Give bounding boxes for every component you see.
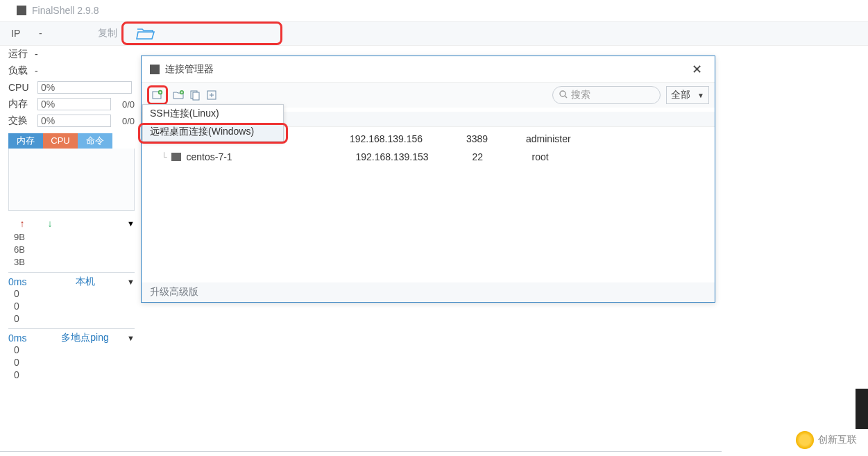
- net-scale-9b: 9B: [8, 232, 135, 244]
- conn-ip: 192.168.139.153: [356, 151, 473, 162]
- swap-frac: 0/0: [114, 116, 135, 126]
- ping-multi-header: 0ms 多地点ping ▼: [8, 332, 135, 344]
- right-edge-decor: [856, 389, 868, 429]
- caret-down-icon[interactable]: ▼: [127, 219, 135, 228]
- copy-label[interactable]: 复制: [98, 27, 117, 40]
- folder-open-icon[interactable]: [136, 26, 155, 40]
- highlight-folder-button: [121, 22, 282, 45]
- dropdown-item-ssh[interactable]: SSH连接(Linux): [143, 105, 283, 123]
- connection-manager-dialog: 连接管理器 ✕ 搜索 全部 ▼: [141, 56, 715, 303]
- tab-command[interactable]: 命令: [78, 133, 112, 149]
- tab-cpu[interactable]: CPU: [43, 133, 78, 149]
- caret-down-icon: ▼: [697, 92, 704, 99]
- mem-label: 内存: [8, 98, 35, 110]
- ping-zero: 0: [8, 357, 135, 369]
- svg-point-6: [560, 91, 565, 96]
- brand-logo-icon: [796, 431, 814, 449]
- new-folder-icon[interactable]: [172, 89, 185, 101]
- conn-user: administer: [526, 133, 571, 144]
- chart-area: [8, 149, 135, 211]
- search-icon: [559, 90, 568, 101]
- swap-bar: 0%: [37, 115, 111, 127]
- filter-select[interactable]: 全部 ▼: [666, 86, 709, 104]
- run-value: -: [35, 49, 38, 60]
- mem-frac: 0/0: [114, 99, 135, 110]
- main-toolbar: IP - 复制: [0, 21, 868, 46]
- mem-bar: 0%: [37, 98, 111, 110]
- net-scale-3b: 3B: [8, 257, 135, 269]
- ping-zero: 0: [8, 369, 135, 382]
- tab-memory[interactable]: 内存: [8, 133, 43, 149]
- upload-arrow-icon: ↑: [8, 218, 36, 229]
- dialog-title: 连接管理器: [165, 63, 214, 76]
- dialog-titlebar: 连接管理器 ✕: [142, 56, 715, 83]
- left-status-panel: 运行- 负载- CPU0% 内存0%0/0 交换0%0/0 内存 CPU 命令 …: [8, 46, 135, 382]
- ping-local-header: 0ms 本机 ▼: [8, 276, 135, 288]
- ip-label: IP: [11, 28, 39, 39]
- expand-icon[interactable]: [205, 89, 218, 101]
- ip-value: -: [39, 28, 42, 39]
- ping-zero: 0: [8, 301, 135, 313]
- conn-name: centos-7-1: [187, 151, 356, 162]
- new-connection-dropdown: SSH连接(Linux) 远程桌面连接(Windows): [142, 104, 284, 142]
- dialog-footer: 升级高级版: [142, 282, 715, 302]
- ping-zero: 0: [8, 288, 135, 301]
- cpu-label: CPU: [8, 82, 35, 93]
- swap-label: 交换: [8, 115, 35, 127]
- ping-multi-ms: 0ms: [8, 332, 43, 344]
- conn-user: root: [532, 151, 549, 162]
- ping-zero: 0: [8, 344, 135, 357]
- server-icon: [171, 153, 181, 161]
- conn-port: 22: [473, 151, 532, 162]
- app-title: FinalShell 2.9.8: [32, 5, 99, 16]
- network-row: ↑ ↓ ▼: [8, 215, 135, 232]
- ping-multi-label[interactable]: 多地点ping: [61, 332, 108, 344]
- app-icon: [17, 6, 26, 15]
- ping-zero: 0: [8, 313, 135, 326]
- search-input[interactable]: 搜索: [552, 86, 661, 104]
- caret-down-icon[interactable]: ▼: [127, 278, 135, 286]
- conn-ip: 192.168.139.156: [350, 133, 466, 144]
- cpu-bar: 0%: [37, 81, 132, 94]
- connection-row[interactable]: └ centos-7-1 192.168.139.153 22 root: [142, 148, 715, 166]
- copy-icon[interactable]: [189, 89, 201, 101]
- search-placeholder: 搜索: [571, 89, 590, 101]
- filter-value: 全部: [671, 89, 690, 101]
- ping-local-ms: 0ms: [8, 276, 43, 287]
- svg-rect-4: [193, 92, 199, 100]
- download-arrow-icon: ↓: [36, 218, 64, 229]
- load-value: -: [35, 65, 38, 76]
- dialog-icon: [150, 65, 160, 74]
- upgrade-link[interactable]: 升级高级版: [150, 286, 198, 298]
- watermark: 创新互联: [796, 431, 857, 449]
- window-titlebar: FinalShell 2.9.8: [0, 0, 868, 21]
- net-scale-6b: 6B: [8, 244, 135, 257]
- caret-down-icon[interactable]: ▼: [127, 334, 135, 342]
- ping-local-label[interactable]: 本机: [76, 276, 95, 288]
- bottom-divider: [0, 451, 722, 452]
- dropdown-item-rdp[interactable]: 远程桌面连接(Windows): [143, 123, 283, 141]
- conn-port: 3389: [466, 133, 526, 144]
- close-icon[interactable]: ✕: [688, 62, 706, 77]
- run-label: 运行: [8, 48, 35, 60]
- new-connection-icon[interactable]: [151, 89, 164, 101]
- brand-text: 创新互联: [818, 434, 857, 446]
- highlight-new-button: [147, 85, 168, 105]
- tree-line-icon: └: [161, 152, 167, 162]
- load-label: 负载: [8, 65, 35, 77]
- resource-tabs: 内存 CPU 命令: [8, 133, 135, 149]
